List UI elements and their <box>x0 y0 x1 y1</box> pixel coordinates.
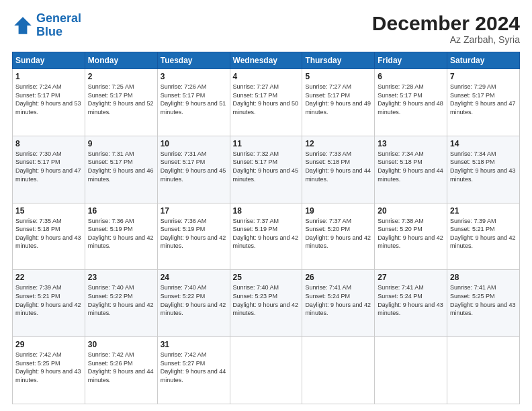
calendar-week-row: 29Sunrise: 7:42 AMSunset: 5:25 PMDayligh… <box>13 337 520 404</box>
day-number: 29 <box>15 340 82 349</box>
day-number: 18 <box>233 206 300 216</box>
day-number: 9 <box>88 139 154 148</box>
day-info: Sunrise: 7:32 AMSunset: 5:17 PMDaylight:… <box>233 150 300 183</box>
logo-line2: Blue <box>36 25 62 38</box>
calendar-header-saturday: Saturday <box>447 52 520 69</box>
calendar-day-cell: 18Sunrise: 7:37 AMSunset: 5:19 PMDayligh… <box>230 203 302 270</box>
calendar-day-cell: 26Sunrise: 7:41 AMSunset: 5:24 PMDayligh… <box>302 270 375 337</box>
header: General Blue December 2024 Az Zarbah, Sy… <box>12 12 520 45</box>
title-block: December 2024 Az Zarbah, Syria <box>372 12 520 45</box>
day-number: 28 <box>450 273 517 282</box>
calendar-day-cell: 27Sunrise: 7:41 AMSunset: 5:24 PMDayligh… <box>375 270 447 337</box>
svg-marker-0 <box>14 17 32 34</box>
day-info: Sunrise: 7:34 AMSunset: 5:18 PMDaylight:… <box>378 150 444 183</box>
day-number: 17 <box>161 206 227 216</box>
day-info: Sunrise: 7:40 AMSunset: 5:23 PMDaylight:… <box>233 283 300 317</box>
calendar-day-cell: 1Sunrise: 7:24 AMSunset: 5:17 PMDaylight… <box>13 69 85 136</box>
day-info: Sunrise: 7:26 AMSunset: 5:17 PMDaylight:… <box>161 83 227 116</box>
calendar-header-row: SundayMondayTuesdayWednesdayThursdayFrid… <box>13 52 520 69</box>
calendar-header-monday: Monday <box>85 52 157 69</box>
day-info: Sunrise: 7:42 AMSunset: 5:26 PMDaylight:… <box>88 351 154 384</box>
calendar-week-row: 22Sunrise: 7:39 AMSunset: 5:21 PMDayligh… <box>13 270 520 337</box>
day-number: 25 <box>233 273 300 282</box>
day-info: Sunrise: 7:24 AMSunset: 5:17 PMDaylight:… <box>15 83 82 116</box>
calendar-day-cell: 13Sunrise: 7:34 AMSunset: 5:18 PMDayligh… <box>375 136 447 203</box>
calendar-day-cell: 20Sunrise: 7:38 AMSunset: 5:20 PMDayligh… <box>375 203 447 270</box>
day-number: 31 <box>161 340 227 349</box>
calendar-day-cell <box>230 337 302 404</box>
calendar-day-cell: 15Sunrise: 7:35 AMSunset: 5:18 PMDayligh… <box>13 203 85 270</box>
day-info: Sunrise: 7:40 AMSunset: 5:22 PMDaylight:… <box>161 283 227 317</box>
day-info: Sunrise: 7:42 AMSunset: 5:27 PMDaylight:… <box>161 351 227 384</box>
day-info: Sunrise: 7:35 AMSunset: 5:18 PMDaylight:… <box>15 217 82 250</box>
day-info: Sunrise: 7:36 AMSunset: 5:19 PMDaylight:… <box>161 217 227 250</box>
calendar-day-cell: 3Sunrise: 7:26 AMSunset: 5:17 PMDaylight… <box>157 69 230 136</box>
calendar-header-tuesday: Tuesday <box>157 52 230 69</box>
day-number: 27 <box>378 273 444 282</box>
day-number: 4 <box>233 72 300 81</box>
day-number: 15 <box>15 206 82 216</box>
calendar-day-cell: 24Sunrise: 7:40 AMSunset: 5:22 PMDayligh… <box>157 270 230 337</box>
day-info: Sunrise: 7:40 AMSunset: 5:22 PMDaylight:… <box>88 283 154 317</box>
day-info: Sunrise: 7:29 AMSunset: 5:17 PMDaylight:… <box>450 83 517 116</box>
day-info: Sunrise: 7:41 AMSunset: 5:25 PMDaylight:… <box>450 283 517 317</box>
calendar-day-cell: 25Sunrise: 7:40 AMSunset: 5:23 PMDayligh… <box>230 270 302 337</box>
calendar-day-cell: 12Sunrise: 7:33 AMSunset: 5:18 PMDayligh… <box>302 136 375 203</box>
day-number: 8 <box>15 139 82 148</box>
day-number: 21 <box>450 206 517 216</box>
calendar-day-cell: 8Sunrise: 7:30 AMSunset: 5:17 PMDaylight… <box>13 136 85 203</box>
day-number: 30 <box>88 340 154 349</box>
day-info: Sunrise: 7:36 AMSunset: 5:19 PMDaylight:… <box>88 217 154 250</box>
calendar-day-cell: 31Sunrise: 7:42 AMSunset: 5:27 PMDayligh… <box>157 337 230 404</box>
day-number: 7 <box>450 72 517 81</box>
calendar-week-row: 8Sunrise: 7:30 AMSunset: 5:17 PMDaylight… <box>13 136 520 203</box>
calendar-day-cell <box>375 337 447 404</box>
day-number: 24 <box>161 273 227 282</box>
day-info: Sunrise: 7:39 AMSunset: 5:21 PMDaylight:… <box>15 283 82 317</box>
logo-line1: General <box>36 11 81 25</box>
calendar-day-cell: 5Sunrise: 7:27 AMSunset: 5:17 PMDaylight… <box>302 69 375 136</box>
day-number: 2 <box>88 72 154 81</box>
day-info: Sunrise: 7:27 AMSunset: 5:17 PMDaylight:… <box>233 83 300 116</box>
day-number: 16 <box>88 206 154 216</box>
day-number: 26 <box>305 273 371 282</box>
day-number: 23 <box>88 273 154 282</box>
day-info: Sunrise: 7:37 AMSunset: 5:20 PMDaylight:… <box>305 217 371 250</box>
logo-icon <box>12 15 34 36</box>
day-number: 22 <box>15 273 82 282</box>
day-number: 1 <box>15 72 82 81</box>
day-number: 3 <box>161 72 227 81</box>
calendar-day-cell: 16Sunrise: 7:36 AMSunset: 5:19 PMDayligh… <box>85 203 157 270</box>
calendar-day-cell <box>447 337 520 404</box>
logo: General Blue <box>12 12 81 39</box>
day-info: Sunrise: 7:42 AMSunset: 5:25 PMDaylight:… <box>15 351 82 384</box>
logo-text: General Blue <box>36 12 81 39</box>
calendar-day-cell: 23Sunrise: 7:40 AMSunset: 5:22 PMDayligh… <box>85 270 157 337</box>
day-info: Sunrise: 7:33 AMSunset: 5:18 PMDaylight:… <box>305 150 371 183</box>
day-info: Sunrise: 7:31 AMSunset: 5:17 PMDaylight:… <box>161 150 227 183</box>
day-info: Sunrise: 7:41 AMSunset: 5:24 PMDaylight:… <box>378 283 444 317</box>
calendar-day-cell: 2Sunrise: 7:25 AMSunset: 5:17 PMDaylight… <box>85 69 157 136</box>
day-number: 6 <box>378 72 444 81</box>
day-info: Sunrise: 7:41 AMSunset: 5:24 PMDaylight:… <box>305 283 371 317</box>
calendar-day-cell: 10Sunrise: 7:31 AMSunset: 5:17 PMDayligh… <box>157 136 230 203</box>
calendar-day-cell: 19Sunrise: 7:37 AMSunset: 5:20 PMDayligh… <box>302 203 375 270</box>
calendar-day-cell: 14Sunrise: 7:34 AMSunset: 5:18 PMDayligh… <box>447 136 520 203</box>
day-number: 20 <box>378 206 444 216</box>
calendar-day-cell: 11Sunrise: 7:32 AMSunset: 5:17 PMDayligh… <box>230 136 302 203</box>
calendar-day-cell: 4Sunrise: 7:27 AMSunset: 5:17 PMDaylight… <box>230 69 302 136</box>
day-number: 12 <box>305 139 371 148</box>
calendar-table: SundayMondayTuesdayWednesdayThursdayFrid… <box>12 52 520 404</box>
calendar-week-row: 1Sunrise: 7:24 AMSunset: 5:17 PMDaylight… <box>13 69 520 136</box>
day-number: 19 <box>305 206 371 216</box>
calendar-header-sunday: Sunday <box>13 52 85 69</box>
calendar-header-friday: Friday <box>375 52 447 69</box>
day-info: Sunrise: 7:28 AMSunset: 5:17 PMDaylight:… <box>378 83 444 116</box>
calendar-header-wednesday: Wednesday <box>230 52 302 69</box>
calendar-day-cell: 28Sunrise: 7:41 AMSunset: 5:25 PMDayligh… <box>447 270 520 337</box>
day-number: 11 <box>233 139 300 148</box>
calendar-day-cell: 29Sunrise: 7:42 AMSunset: 5:25 PMDayligh… <box>13 337 85 404</box>
day-info: Sunrise: 7:38 AMSunset: 5:20 PMDaylight:… <box>378 217 444 250</box>
day-info: Sunrise: 7:37 AMSunset: 5:19 PMDaylight:… <box>233 217 300 250</box>
day-number: 14 <box>450 139 517 148</box>
